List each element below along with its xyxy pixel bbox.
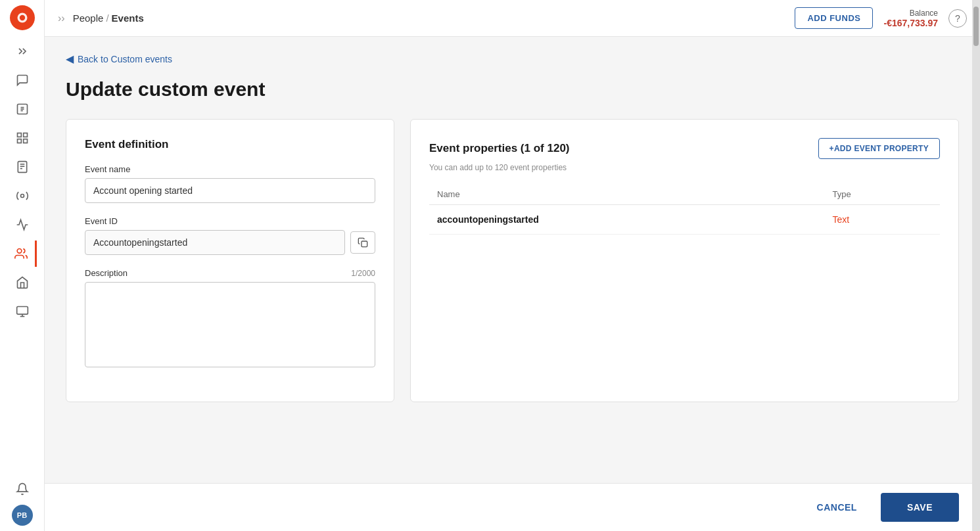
sidebar-toggle[interactable]: ›› bbox=[58, 12, 65, 24]
page-title: Update custom event bbox=[66, 78, 959, 101]
svg-point-14 bbox=[20, 195, 24, 198]
user-avatar[interactable]: PB bbox=[12, 505, 33, 526]
sidebar-item-analytics[interactable] bbox=[8, 212, 37, 238]
table-row: accountopeningstarted Text bbox=[429, 205, 940, 235]
breadcrumb-current: Events bbox=[112, 12, 144, 24]
sidebar-item-people[interactable] bbox=[8, 241, 37, 267]
description-label: Description bbox=[85, 268, 128, 278]
cancel-button[interactable]: CANCEL bbox=[804, 494, 870, 520]
sidebar-item-integrations[interactable] bbox=[8, 298, 37, 325]
event-id-label: Event ID bbox=[85, 216, 375, 226]
scrollbar-thumb[interactable] bbox=[973, 7, 979, 46]
svg-rect-7 bbox=[23, 133, 27, 137]
col-type-header: Type bbox=[824, 184, 940, 205]
svg-rect-9 bbox=[23, 139, 27, 143]
main-content: ›› People / Events ADD FUNDS Balance -€1… bbox=[45, 0, 980, 531]
event-id-row bbox=[85, 230, 375, 255]
event-definition-card: Event definition Event name Event ID bbox=[66, 119, 394, 402]
balance-amount: -€167,733.97 bbox=[883, 18, 938, 28]
balance-section: Balance -€167,733.97 bbox=[883, 9, 938, 28]
event-properties-title: Event properties (1 of 120) bbox=[429, 142, 570, 155]
add-event-property-button[interactable]: +ADD EVENT PROPERTY bbox=[818, 138, 940, 159]
sidebar-item-automation[interactable] bbox=[8, 183, 37, 209]
copy-event-id-button[interactable] bbox=[350, 231, 375, 254]
sidebar: PB bbox=[0, 0, 45, 531]
back-arrow-icon: ◀ bbox=[66, 53, 74, 65]
sidebar-item-code[interactable] bbox=[8, 96, 37, 122]
property-type: Text bbox=[824, 205, 940, 235]
event-id-field: Event ID bbox=[85, 216, 375, 255]
description-count: 1/2000 bbox=[351, 269, 375, 278]
event-name-label: Event name bbox=[85, 164, 375, 174]
event-properties-header: Event properties (1 of 120) +ADD EVENT P… bbox=[429, 138, 940, 159]
svg-point-15 bbox=[17, 249, 22, 254]
description-field: Description 1/2000 bbox=[85, 268, 375, 370]
breadcrumb-separator: / bbox=[106, 12, 108, 24]
sidebar-item-data[interactable] bbox=[8, 269, 37, 296]
header: ›› People / Events ADD FUNDS Balance -€1… bbox=[45, 0, 980, 37]
app-logo[interactable] bbox=[10, 5, 35, 30]
svg-rect-8 bbox=[17, 139, 21, 143]
description-textarea[interactable] bbox=[85, 282, 375, 367]
description-header: Description 1/2000 bbox=[85, 268, 375, 278]
sidebar-item-notifications[interactable] bbox=[8, 476, 37, 502]
svg-rect-6 bbox=[17, 133, 21, 137]
sidebar-item-forms[interactable] bbox=[8, 154, 37, 180]
sidebar-item-expand[interactable] bbox=[8, 38, 37, 64]
event-properties-subtitle: You can add up to 120 event properties bbox=[429, 163, 940, 172]
event-id-input[interactable] bbox=[85, 230, 345, 255]
svg-rect-19 bbox=[362, 241, 367, 247]
event-definition-title: Event definition bbox=[85, 138, 375, 151]
event-properties-card: Event properties (1 of 120) +ADD EVENT P… bbox=[410, 119, 959, 402]
sidebar-item-campaigns[interactable] bbox=[8, 67, 37, 93]
scrollbar[interactable] bbox=[972, 0, 980, 531]
breadcrumb-parent: People bbox=[73, 12, 104, 24]
back-link-label: Back to Custom events bbox=[78, 54, 172, 64]
event-name-field: Event name bbox=[85, 164, 375, 203]
page-content: ◀ Back to Custom events Update custom ev… bbox=[45, 37, 980, 483]
event-name-input[interactable] bbox=[85, 178, 375, 203]
add-funds-button[interactable]: ADD FUNDS bbox=[795, 7, 873, 29]
cards-row: Event definition Event name Event ID bbox=[66, 119, 959, 402]
property-name: accountopeningstarted bbox=[429, 205, 824, 235]
svg-point-1 bbox=[19, 15, 24, 20]
save-button[interactable]: SAVE bbox=[881, 493, 959, 522]
page-footer: CANCEL SAVE bbox=[45, 483, 980, 531]
back-to-custom-events-link[interactable]: ◀ Back to Custom events bbox=[66, 53, 959, 65]
help-button[interactable]: ? bbox=[948, 9, 967, 28]
sidebar-item-reports[interactable] bbox=[8, 125, 37, 151]
header-right: ADD FUNDS Balance -€167,733.97 ? bbox=[795, 7, 967, 29]
event-properties-table: Name Type accountopeningstarted Text bbox=[429, 184, 940, 235]
col-name-header: Name bbox=[429, 184, 824, 205]
balance-label: Balance bbox=[883, 9, 938, 18]
svg-rect-16 bbox=[16, 307, 28, 315]
breadcrumb: People / Events bbox=[73, 12, 144, 24]
